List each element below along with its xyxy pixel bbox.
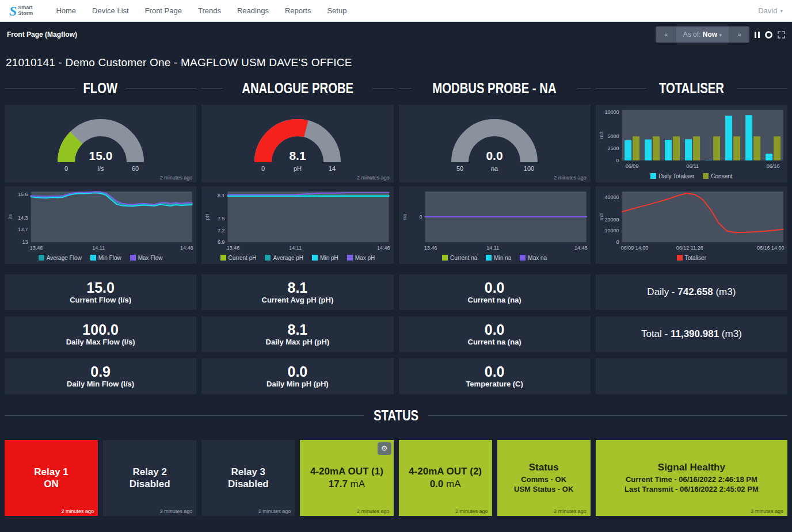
legend-item: Min na [486, 255, 511, 261]
svg-text:60: 60 [132, 165, 139, 172]
updated-timestamp: 2 minutes ago [554, 175, 587, 181]
stat-current-na-2: 0.0 Current na (na) [399, 316, 591, 352]
svg-text:7.2: 7.2 [218, 228, 225, 234]
legend-item: Average pH [265, 255, 303, 261]
svg-text:15.0: 15.0 [89, 149, 112, 162]
status-tile-420ma-out-1: ⚙ 4-20mA OUT (1) 17.7 mA 2 minutes ago [300, 440, 393, 516]
svg-text:13.7: 13.7 [18, 227, 28, 232]
svg-text:m3: m3 [598, 132, 604, 139]
legend-item: Max pH [347, 255, 375, 261]
totaliser-bar-chart: m31000050002500006/0906/1106/16 [596, 105, 787, 171]
svg-text:7.5: 7.5 [218, 216, 225, 221]
pause-button[interactable] [755, 32, 760, 38]
svg-text:0: 0 [419, 214, 422, 220]
fullscreen-button[interactable] [778, 31, 785, 39]
svg-text:14:46: 14:46 [180, 245, 193, 251]
as-of-dropdown[interactable]: As of: Now ▾ [676, 26, 729, 43]
na-line-chart: na013:4614:1114:46 [399, 186, 591, 253]
nav-item-home[interactable]: Home [48, 6, 84, 15]
status-tile-relay-1: Relay 1 ON 2 minutes ago [5, 440, 98, 516]
svg-text:40000: 40000 [604, 194, 619, 200]
svg-text:06/12 11:26: 06/12 11:26 [676, 245, 703, 251]
time-prev-button[interactable]: « [656, 26, 676, 43]
svg-text:0: 0 [616, 158, 619, 163]
empty-panel [596, 358, 787, 394]
svg-text:pH: pH [204, 213, 210, 220]
svg-text:14: 14 [329, 165, 336, 172]
svg-text:10000: 10000 [604, 228, 619, 234]
rewind-icon: « [664, 31, 667, 38]
legend-item: Totaliser [677, 255, 706, 261]
gear-icon[interactable]: ⚙ [378, 442, 391, 455]
page-toolbar: Front Page (Magflow) « As of: Now ▾ » [0, 22, 792, 47]
svg-text:14:11: 14:11 [290, 245, 302, 251]
svg-text:06/16 14:00: 06/16 14:00 [757, 245, 785, 251]
svg-text:8.1: 8.1 [218, 193, 225, 198]
status-tile-420ma-out-2: 4-20mA OUT (2) 0.0 mA 2 minutes ago [399, 440, 492, 516]
section-header-analogue-probe: ANALOGUE PROBE [201, 76, 393, 100]
updated-timestamp: 2 minutes ago [160, 175, 193, 181]
time-next-button[interactable]: » [729, 26, 749, 43]
status-tile-relay-3: Relay 3 Disabled 2 minutes ago [201, 440, 295, 516]
nav-item-setup[interactable]: Setup [319, 6, 355, 15]
nav-item-device-list[interactable]: Device List [84, 6, 137, 15]
nav-item-readings[interactable]: Readings [229, 6, 277, 15]
updated-timestamp: 2 minutes ago [62, 508, 94, 514]
svg-text:20000: 20000 [604, 217, 619, 223]
svg-text:14:11: 14:11 [486, 245, 499, 251]
section-header-status: STATUS [5, 403, 787, 427]
svg-text:na: na [491, 165, 498, 172]
flow-gauge-panel: 15.00l/s60 2 minutes ago [5, 105, 196, 182]
status-tile-comms-status: Status Comms - OK USM Status - OK 2 minu… [497, 440, 591, 516]
refresh-icon [765, 31, 772, 39]
svg-text:0: 0 [64, 165, 68, 172]
svg-text:13: 13 [22, 239, 28, 245]
smartstorm-logo[interactable]: S Smart Storm [9, 4, 33, 18]
svg-text:15.6: 15.6 [18, 192, 28, 197]
updated-timestamp: 2 minutes ago [258, 508, 291, 514]
relay-state: ON [44, 478, 59, 490]
stat-daily-min-flow: 0.9 Daily Min Flow (l/s) [5, 358, 196, 394]
nav-item-reports[interactable]: Reports [277, 6, 319, 15]
logo-s-icon: S [9, 4, 17, 18]
flow-line-chart: l/s15.614.313.71313:4614:1114:46 [5, 186, 196, 253]
status-tile-relay-2: Relay 2 Disabled 2 minutes ago [103, 440, 196, 516]
ph-line-chart-panel: pH8.17.57.26.913:4614:1114:46 Current pH… [201, 186, 393, 264]
svg-text:6.9: 6.9 [218, 239, 225, 245]
nav-item-front-page[interactable]: Front Page [137, 6, 190, 15]
stat-current-na-1: 0.0 Current na (na) [399, 274, 591, 310]
stat-daily-min-ph: 0.0 Daily Min pH (pH) [201, 358, 393, 394]
brand-line2: Storm [18, 11, 33, 16]
svg-text:0.0: 0.0 [486, 149, 503, 162]
svg-text:06/11: 06/11 [686, 163, 699, 169]
chevron-down-icon: ▾ [780, 8, 783, 14]
stat-daily-max-ph: 8.1 Daily Max pH (pH) [201, 316, 393, 352]
legend-item: Min pH [312, 255, 338, 261]
svg-text:na: na [401, 214, 407, 220]
stat-daily-totaliser: Daily - 742.658 (m3) [596, 274, 787, 310]
svg-text:14:11: 14:11 [92, 245, 105, 251]
svg-text:13:46: 13:46 [227, 245, 240, 251]
refresh-button[interactable] [765, 31, 772, 39]
totaliser-line-chart-panel: m3400002000010000006/09 14:0006/12 11:26… [596, 186, 787, 264]
svg-text:8.1: 8.1 [289, 149, 306, 162]
svg-text:l/s: l/s [7, 214, 13, 220]
svg-text:0: 0 [261, 165, 265, 172]
legend-item: Max Flow [130, 255, 163, 261]
svg-text:50: 50 [456, 165, 463, 172]
legend-item: Average Flow [39, 255, 82, 261]
svg-text:06/09 14:00: 06/09 14:00 [620, 245, 648, 251]
user-menu[interactable]: David ▾ [758, 6, 783, 15]
chart-legend: Average FlowMin FlowMax Flow [5, 253, 196, 262]
legend-item: Current na [442, 255, 477, 261]
chart-legend: Daily TotaliserConsent [596, 171, 787, 181]
svg-text:l/s: l/s [97, 165, 104, 172]
stat-current-avg-ph: 8.1 Current Avg pH (pH) [201, 274, 393, 310]
svg-text:06/16: 06/16 [767, 163, 780, 169]
flow-gauge: 15.00l/s60 [5, 109, 196, 175]
stat-total-totaliser: Total - 11,390.981 (m3) [596, 316, 787, 352]
svg-text:0: 0 [616, 239, 619, 245]
nav-item-trends[interactable]: Trends [190, 6, 229, 15]
pause-icon [755, 32, 756, 38]
forward-icon: » [737, 31, 740, 38]
